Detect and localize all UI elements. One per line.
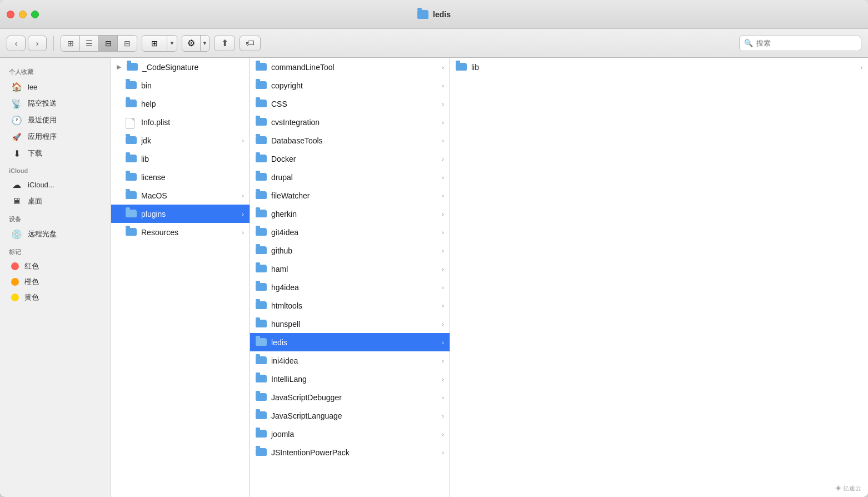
- search-box[interactable]: 🔍: [739, 36, 861, 51]
- view-dropdown-icon: ⊞: [142, 36, 167, 51]
- list-item[interactable]: plugins ›: [111, 205, 250, 223]
- tag-dot-orange: [11, 278, 19, 286]
- list-item[interactable]: gherkin ›: [250, 205, 450, 223]
- disc-icon: 💿: [11, 228, 22, 240]
- list-item[interactable]: lib ›: [450, 58, 868, 76]
- list-item[interactable]: ledis ›: [250, 333, 450, 351]
- sidebar-item-red[interactable]: 红色: [2, 259, 108, 274]
- folder-icon: [256, 430, 267, 439]
- list-item[interactable]: license: [111, 168, 250, 186]
- chevron-icon: ›: [442, 357, 444, 364]
- folder-icon: [256, 228, 267, 237]
- list-item[interactable]: DatabaseTools ›: [250, 131, 450, 150]
- sidebar-item-airdrop[interactable]: 📡 隔空投送: [2, 95, 108, 112]
- chevron-icon: ›: [442, 211, 444, 217]
- folder-icon: [126, 81, 137, 90]
- share-button[interactable]: ⬆: [214, 36, 235, 51]
- folder-icon: [256, 246, 267, 255]
- folder-icon: [256, 411, 267, 420]
- view-buttons: ⊞ ☰ ⊟ ⊟: [61, 35, 137, 52]
- folder-icon: [256, 81, 267, 90]
- list-item[interactable]: git4idea ›: [250, 223, 450, 241]
- sidebar-item-orange[interactable]: 橙色: [2, 274, 108, 290]
- folder-icon: [126, 191, 137, 200]
- icon-view-button[interactable]: ⊞: [61, 36, 80, 51]
- list-item[interactable]: CSS ›: [250, 95, 450, 113]
- list-item[interactable]: cvsIntegration ›: [250, 113, 450, 131]
- list-item[interactable]: Info.plist: [111, 113, 250, 131]
- list-item[interactable]: bin: [111, 76, 250, 95]
- sidebar-item-recents[interactable]: 🕐 最近使用: [2, 112, 108, 128]
- sidebar-item-downloads[interactable]: ⬇ 下载: [2, 145, 108, 162]
- search-icon: 🔍: [744, 39, 753, 47]
- list-item[interactable]: copyright ›: [250, 76, 450, 95]
- column-1: ▶ _CodeSignature bin help Info.plist: [111, 58, 250, 497]
- sidebar-item-yellow[interactable]: 黄色: [2, 290, 108, 305]
- chevron-icon: ›: [442, 156, 444, 162]
- list-item[interactable]: fileWatcher ›: [250, 186, 450, 205]
- chevron-icon: ›: [442, 266, 444, 272]
- list-item[interactable]: joomla ›: [250, 425, 450, 443]
- chevron-icon: ›: [442, 302, 444, 309]
- list-item[interactable]: ini4idea ›: [250, 351, 450, 370]
- apps-icon: 🚀: [11, 131, 22, 142]
- back-button[interactable]: ‹: [7, 36, 26, 51]
- list-item[interactable]: commandLineTool ›: [250, 58, 450, 76]
- list-item[interactable]: JavaScriptLanguage ›: [250, 406, 450, 425]
- list-item[interactable]: Resources ›: [111, 223, 250, 241]
- list-item[interactable]: drupal ›: [250, 168, 450, 186]
- chevron-icon: ›: [442, 449, 444, 456]
- sidebar-item-icloud[interactable]: ☁ iCloud...: [2, 176, 108, 193]
- sidebar-section-tags: 标记: [0, 242, 111, 259]
- folder-icon: [256, 338, 267, 347]
- folder-icon: [256, 356, 267, 365]
- folder-icon: [126, 100, 137, 108]
- list-item[interactable]: IntelliLang ›: [250, 370, 450, 388]
- list-item[interactable]: JSIntentionPowerPack ›: [250, 443, 450, 461]
- maximize-button[interactable]: [31, 11, 39, 18]
- search-input[interactable]: [756, 39, 856, 47]
- column-3: lib ›: [450, 58, 868, 497]
- chevron-icon: ›: [442, 174, 444, 181]
- download-icon: ⬇: [11, 148, 22, 159]
- airdrop-icon: 📡: [11, 98, 22, 109]
- chevron-icon: ›: [242, 229, 244, 236]
- sidebar-item-desktop[interactable]: 🖥 桌面: [2, 193, 108, 210]
- tag-button[interactable]: 🏷: [240, 36, 261, 51]
- chevron-icon: ›: [442, 431, 444, 438]
- file-icon: [126, 118, 137, 127]
- sidebar-item-remote-disc[interactable]: 💿 远程光盘: [2, 226, 108, 242]
- list-item[interactable]: haml ›: [250, 260, 450, 278]
- chevron-icon: ›: [442, 229, 444, 236]
- chevron-icon: ›: [442, 192, 444, 199]
- chevron-icon: ›: [442, 119, 444, 126]
- gallery-view-button[interactable]: ⊟: [118, 36, 137, 51]
- folder-icon: [256, 173, 267, 182]
- list-item[interactable]: lib: [111, 150, 250, 168]
- list-item[interactable]: ▶ _CodeSignature: [111, 58, 250, 76]
- list-item[interactable]: github ›: [250, 241, 450, 260]
- list-item[interactable]: hg4idea ›: [250, 278, 450, 296]
- list-item[interactable]: hunspell ›: [250, 315, 450, 333]
- list-item[interactable]: Docker ›: [250, 150, 450, 168]
- forward-button[interactable]: ›: [28, 36, 47, 51]
- list-item[interactable]: jdk ›: [111, 131, 250, 150]
- list-item[interactable]: help: [111, 95, 250, 113]
- chevron-icon: ›: [242, 137, 244, 144]
- chevron-icon: ›: [442, 376, 444, 382]
- close-button[interactable]: [7, 11, 14, 18]
- list-item[interactable]: MacOS ›: [111, 186, 250, 205]
- column-view-button[interactable]: ⊟: [99, 36, 118, 51]
- cloud-icon: ☁: [11, 179, 22, 190]
- list-view-button[interactable]: ☰: [80, 36, 99, 51]
- view-options-dropdown[interactable]: ⊞ ▼: [142, 35, 177, 52]
- chevron-icon: ›: [442, 64, 444, 71]
- minimize-button[interactable]: [19, 11, 27, 18]
- sidebar-item-lee[interactable]: 🏠 lee: [2, 78, 108, 95]
- sidebar-item-apps[interactable]: 🚀 应用程序: [2, 128, 108, 145]
- list-item[interactable]: JavaScriptDebugger ›: [250, 388, 450, 406]
- settings-dropdown[interactable]: ⚙ ▼: [182, 35, 209, 52]
- desktop-icon: 🖥: [11, 196, 22, 207]
- list-item[interactable]: htmltools ›: [250, 296, 450, 315]
- folder-icon: [256, 118, 267, 127]
